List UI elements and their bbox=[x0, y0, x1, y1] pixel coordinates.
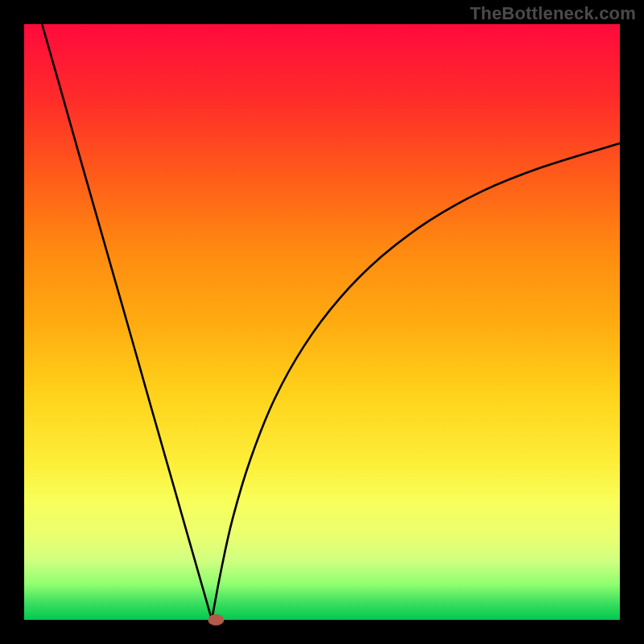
marker-dot bbox=[208, 614, 224, 625]
plot-area bbox=[24, 24, 620, 620]
right-branch-path bbox=[212, 143, 620, 620]
chart-frame: TheBottleneck.com bbox=[0, 0, 644, 644]
watermark-text: TheBottleneck.com bbox=[470, 3, 636, 24]
left-branch-path bbox=[42, 24, 212, 620]
curve-svg bbox=[24, 24, 620, 620]
